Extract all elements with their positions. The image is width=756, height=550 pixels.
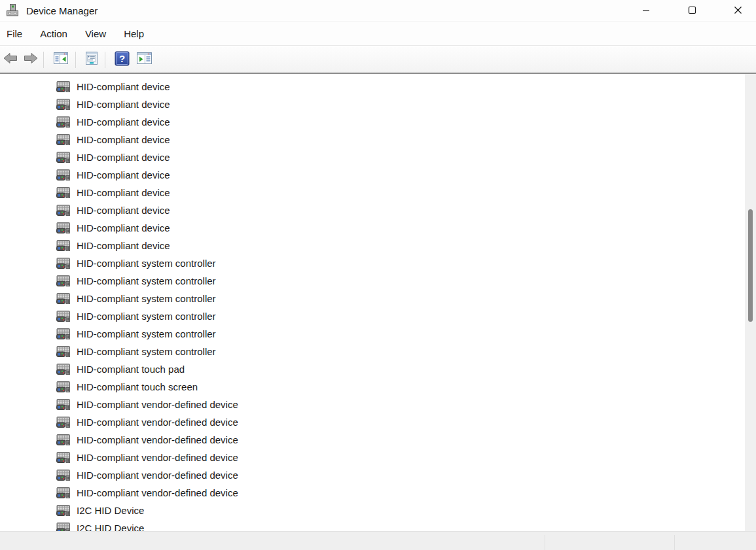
device-row[interactable]: HID-compliant touch pad — [0, 360, 745, 378]
hid-device-icon — [56, 523, 70, 531]
menu-action[interactable]: Action — [40, 24, 67, 44]
hid-device-icon — [56, 258, 70, 269]
close-icon — [734, 5, 742, 17]
device-row[interactable]: HID-compliant vendor-defined device — [0, 449, 745, 466]
hid-device-icon — [56, 434, 70, 445]
arrow-left-icon — [3, 52, 18, 67]
hid-device-icon — [56, 470, 70, 481]
device-row[interactable]: HID-compliant device — [0, 113, 745, 131]
device-row[interactable]: HID-compliant device — [0, 131, 745, 148]
device-label: HID-compliant touch pad — [77, 364, 185, 375]
device-manager-app-icon — [6, 3, 19, 18]
maximize-button[interactable] — [677, 0, 707, 22]
hid-device-icon — [56, 169, 70, 180]
menu-bar: File Action View Help — [0, 22, 756, 46]
device-row[interactable]: HID-compliant device — [0, 184, 745, 201]
menu-file[interactable]: File — [7, 24, 22, 44]
hid-device-icon — [56, 346, 70, 357]
device-manager-window: Device Manager File Action View Help — [0, 0, 756, 550]
device-label: HID-compliant vendor-defined device — [77, 399, 238, 410]
device-row[interactable]: HID-compliant system controller — [0, 307, 745, 325]
hid-device-icon — [56, 222, 70, 233]
hid-device-icon — [56, 240, 70, 251]
device-row[interactable]: HID-compliant touch screen — [0, 378, 745, 396]
device-label: HID-compliant device — [77, 99, 170, 110]
device-list: HID-compliant device HID-compliant devic… — [0, 74, 745, 531]
hid-device-icon — [56, 134, 70, 145]
action-pane-icon — [136, 51, 153, 68]
device-label: HID-compliant device — [77, 134, 170, 145]
device-label: HID-compliant vendor-defined device — [77, 434, 238, 445]
title-bar: Device Manager — [0, 0, 756, 22]
status-bar-separator — [545, 535, 545, 550]
device-row[interactable]: I2C HID Device — [0, 519, 745, 531]
device-label: HID-compliant device — [77, 81, 170, 92]
device-label: I2C HID Device — [77, 505, 144, 516]
device-row[interactable]: HID-compliant device — [0, 201, 745, 219]
device-label: HID-compliant system controller — [77, 258, 216, 269]
properties-button[interactable] — [82, 50, 101, 69]
toolbar-separator — [105, 52, 105, 68]
device-row[interactable]: HID-compliant device — [0, 148, 745, 166]
toolbar-separator — [43, 52, 44, 68]
device-row[interactable]: HID-compliant vendor-defined device — [0, 484, 745, 502]
device-row[interactable]: HID-compliant system controller — [0, 272, 745, 290]
device-label: HID-compliant device — [77, 152, 170, 163]
vertical-scrollbar[interactable] — [745, 74, 756, 531]
device-label: HID-compliant system controller — [77, 275, 216, 286]
device-label: HID-compliant device — [77, 240, 170, 251]
close-button[interactable] — [723, 0, 753, 22]
hid-device-icon — [56, 81, 70, 92]
device-row[interactable]: HID-compliant system controller — [0, 290, 745, 307]
device-label: HID-compliant vendor-defined device — [77, 417, 238, 428]
hid-device-icon — [56, 275, 70, 286]
back-button[interactable] — [1, 50, 20, 69]
device-label: HID-compliant device — [77, 222, 170, 233]
window-title: Device Manager — [26, 5, 98, 16]
device-label: I2C HID Device — [77, 523, 144, 531]
forward-button[interactable] — [22, 50, 40, 69]
device-row[interactable]: I2C HID Device — [0, 502, 745, 519]
hid-device-icon — [56, 187, 70, 198]
device-row[interactable]: HID-compliant vendor-defined device — [0, 466, 745, 484]
device-row[interactable]: HID-compliant device — [0, 78, 745, 95]
device-row[interactable]: HID-compliant device — [0, 166, 745, 184]
device-label: HID-compliant device — [77, 187, 170, 198]
device-row[interactable]: HID-compliant device — [0, 219, 745, 237]
maximize-icon — [688, 5, 696, 17]
scrollbar-thumb[interactable] — [748, 209, 753, 322]
hid-device-icon — [56, 452, 70, 463]
device-row[interactable]: HID-compliant system controller — [0, 343, 745, 360]
device-label: HID-compliant vendor-defined device — [77, 487, 238, 498]
hid-device-icon — [56, 328, 70, 339]
menu-help[interactable]: Help — [124, 24, 144, 44]
hid-device-icon — [56, 505, 70, 516]
device-label: HID-compliant system controller — [77, 293, 216, 304]
svg-text:?: ? — [118, 53, 124, 64]
help-button[interactable]: ? — [113, 50, 131, 69]
device-row[interactable]: HID-compliant vendor-defined device — [0, 396, 745, 413]
help-icon: ? — [115, 51, 130, 69]
menu-view[interactable]: View — [85, 24, 106, 44]
device-row[interactable]: HID-compliant device — [0, 237, 745, 254]
device-label: HID-compliant vendor-defined device — [77, 452, 238, 463]
hid-device-icon — [56, 381, 70, 392]
status-bar-separator — [674, 535, 675, 550]
hid-device-icon — [56, 399, 70, 410]
hid-device-icon — [56, 417, 70, 428]
device-row[interactable]: HID-compliant system controller — [0, 325, 745, 343]
hid-device-icon — [56, 487, 70, 498]
device-row[interactable]: HID-compliant device — [0, 95, 745, 113]
show-action-pane-button[interactable] — [135, 50, 153, 69]
hid-device-icon — [56, 364, 70, 375]
device-label: HID-compliant device — [77, 116, 170, 128]
device-row[interactable]: HID-compliant vendor-defined device — [0, 431, 745, 449]
device-label: HID-compliant device — [77, 169, 170, 180]
device-label: HID-compliant system controller — [77, 311, 216, 322]
show-console-tree-button[interactable] — [52, 50, 70, 69]
hid-device-icon — [56, 205, 70, 216]
minimize-button[interactable] — [631, 0, 661, 22]
device-row[interactable]: HID-compliant vendor-defined device — [0, 413, 745, 431]
hid-device-icon — [56, 99, 70, 110]
device-row[interactable]: HID-compliant system controller — [0, 254, 745, 272]
